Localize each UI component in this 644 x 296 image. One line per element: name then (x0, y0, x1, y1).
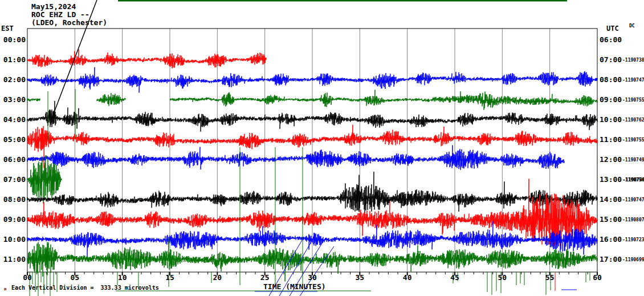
est-time-label: 01:00 (0, 56, 26, 63)
utc-time-label: 06:00 (600, 36, 622, 43)
dc-value: -1190747 (622, 78, 644, 83)
utc-time-label: 08:00 (600, 76, 622, 83)
est-time-label: 03:00 (0, 96, 26, 103)
dc-value: -1190755 (622, 98, 644, 103)
minute-tick-label: 50 (498, 274, 507, 281)
dc-value-overstrike: -1190784 (623, 178, 644, 183)
chart-date: May15,2024 (31, 3, 76, 10)
est-time-label: 06:00 (0, 156, 26, 163)
est-time-label: 04:00 (0, 116, 26, 123)
est-time-label: 05:00 (0, 136, 26, 143)
utc-time-label: 09:00 (600, 96, 622, 103)
seismogram-plot-canvas (0, 0, 644, 296)
dc-value: -1190762 (622, 118, 644, 123)
utc-time-label: 07:00 (600, 56, 622, 63)
dc-value: -1190749 (622, 158, 644, 163)
minute-tick-label: 05 (71, 274, 80, 281)
right-axis-header-utc: UTC (606, 25, 619, 32)
minute-tick-label: 45 (450, 274, 459, 281)
dc-value: -1190738 (622, 58, 644, 63)
utc-time-label: 12:00 (600, 156, 622, 163)
minute-tick-label: 25 (260, 274, 270, 281)
minute-tick-label: 10 (118, 274, 127, 281)
est-time-label: 10:00 (0, 236, 26, 243)
minute-tick-label: 35 (356, 274, 365, 281)
minute-tick-label: 15 (165, 274, 174, 281)
dc-value: -1190755 (622, 138, 644, 143)
station-code: ROC EHZ LD -- (31, 11, 89, 18)
dc-column-header: DC (629, 24, 635, 29)
left-axis-header-est: EST (1, 25, 14, 32)
utc-time-label: 10:00 (600, 116, 622, 123)
est-time-label: 02:00 (0, 76, 26, 83)
est-time-label: 08:00 (0, 196, 26, 203)
utc-time-label: 14:00 (600, 196, 622, 203)
minute-tick-label: 60 (593, 274, 602, 281)
dc-value: -1190747 (622, 198, 644, 202)
utc-time-label: 11:00 (600, 136, 622, 143)
vertical-division-scale-note: Each Vertical Division = 333.33 microvol… (11, 285, 159, 291)
helicorder-chart: May15,2024 ROC EHZ LD -- (LDEO, Rocheste… (0, 0, 644, 296)
utc-time-label: 15:00 (600, 216, 622, 223)
est-time-label: 00:00 (0, 36, 26, 43)
x-axis-title: TIME (MINUTES) (263, 283, 326, 290)
scale-marker-icon: m (4, 287, 6, 291)
minute-tick-label: 30 (308, 274, 317, 281)
utc-time-label: 17:00 (600, 256, 622, 263)
minute-tick-label: 40 (403, 274, 412, 281)
minute-tick-label: 00 (23, 274, 32, 281)
utc-time-label: 16:00 (600, 236, 622, 243)
dc-value: -1190699 (622, 258, 644, 262)
est-time-label: 07:00 (0, 176, 26, 183)
utc-time-label: 13:00 (600, 176, 622, 183)
dc-value: -1190723 (622, 238, 644, 242)
minute-tick-label: 55 (545, 274, 555, 281)
dc-value: -1190807 (622, 218, 644, 222)
station-location: (LDEO, Rochester) (31, 19, 107, 26)
est-time-label: 11:00 (0, 256, 26, 263)
est-time-label: 09:00 (0, 216, 26, 223)
minute-tick-label: 20 (213, 274, 222, 281)
